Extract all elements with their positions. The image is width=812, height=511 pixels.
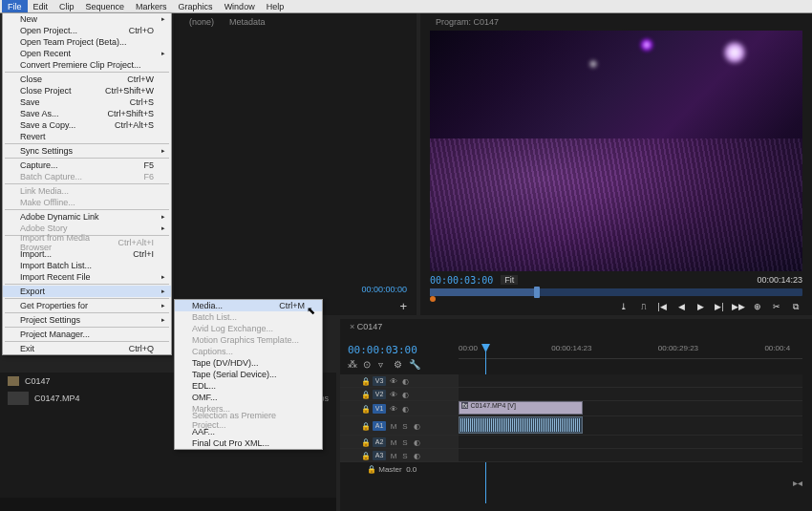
program-timecode[interactable]: 00:00:03:00	[430, 275, 493, 286]
menu-item[interactable]: Convert Premiere Clip Project...	[3, 59, 171, 71]
timeline-panel: × C0147 00:00:03:00 ⁂ ⊙ ▿ ⚙ 🔧 00:00 00:0…	[340, 319, 812, 511]
timeline-header: × C0147	[340, 319, 812, 334]
insert-button[interactable]: ⊕	[751, 300, 764, 313]
menu-item[interactable]: Revert	[3, 131, 171, 142]
snap-icon[interactable]: ⁂	[348, 359, 357, 369]
program-duration: 00:00:14:23	[757, 275, 802, 285]
tracks-area: 🔒V3👁◐ 🔒V2👁◐ 🔒V1👁◐ fx C0147.MP4 [V] 🔒A1MS…	[340, 374, 802, 503]
menu-help[interactable]: Help	[261, 0, 290, 13]
sequence-name-tab[interactable]: C0147	[357, 322, 383, 331]
linked-selection-icon[interactable]: ⊙	[363, 359, 373, 369]
master-track: 🔒 Master 0.0	[340, 462, 802, 476]
track-content[interactable]	[459, 388, 802, 400]
menu-item[interactable]: Open Recent	[3, 48, 171, 59]
menu-item[interactable]: Open Team Project (Beta)...	[3, 36, 171, 48]
menu-item[interactable]: Import from Media BrowserCtrl+Alt+I	[3, 237, 171, 248]
track-content[interactable]	[459, 436, 802, 448]
menu-edit[interactable]: Edit	[28, 0, 54, 13]
track-header-a3[interactable]: 🔒A3MS◐	[340, 449, 459, 461]
settings-icon[interactable]: ⚙	[394, 359, 403, 369]
menu-item[interactable]: Selection as Premiere Project...	[175, 415, 322, 426]
step-forward-button[interactable]: ▶|	[713, 300, 726, 313]
menu-item[interactable]: Export	[3, 286, 171, 297]
menu-item[interactable]: EDL...	[175, 380, 322, 392]
audio-clip[interactable]	[459, 416, 583, 434]
menu-item[interactable]: ExitCtrl+Q	[3, 343, 171, 354]
program-video-preview[interactable]	[430, 31, 802, 271]
clip-thumbnail-icon	[8, 392, 29, 405]
timeline-timecode[interactable]: 00:00:03:00	[348, 344, 417, 356]
menu-item[interactable]: Captions...	[175, 346, 322, 357]
track-content[interactable]	[459, 374, 802, 387]
export-frame-button[interactable]: ⧉	[789, 300, 802, 313]
menu-item[interactable]: Final Cut Pro XML...	[175, 437, 322, 449]
playhead-icon[interactable]	[534, 287, 540, 298]
program-tab[interactable]: Program: C0147	[428, 13, 506, 31]
ruler-tick: 00:00:14:23	[551, 344, 591, 352]
overwrite-button[interactable]: ✂	[770, 300, 783, 313]
menu-item[interactable]: Batch Capture...F6	[3, 171, 171, 182]
menu-item[interactable]: CloseCtrl+W	[3, 74, 171, 85]
track-header-v2[interactable]: 🔒V2👁◐	[340, 388, 459, 400]
menu-item[interactable]: Avid Log Exchange...	[175, 323, 322, 334]
track-content[interactable]	[459, 449, 802, 461]
track-content[interactable]	[459, 416, 802, 435]
menu-window[interactable]: Window	[219, 0, 261, 13]
timeline-ruler[interactable]: 00:00 00:00:14:23 00:00:29:23 00:00:4	[459, 344, 802, 359]
menu-item[interactable]: OMF...	[175, 392, 322, 403]
menu-item[interactable]: Import Batch List...	[3, 260, 171, 271]
menu-item[interactable]: Close ProjectCtrl+Shift+W	[3, 85, 171, 96]
menu-item[interactable]: SaveCtrl+S	[3, 96, 171, 108]
marker-icon[interactable]: ▿	[378, 359, 388, 369]
menu-item[interactable]: Import Recent File	[3, 271, 171, 283]
menu-item[interactable]: Tape (DV/HDV)...	[175, 357, 322, 369]
go-to-in-button[interactable]: |◀	[655, 300, 669, 313]
wrench-icon[interactable]: 🔧	[409, 359, 418, 369]
menu-item[interactable]: Sync Settings	[3, 145, 171, 157]
step-back-button[interactable]: ◀	[674, 300, 688, 313]
track-header-v1[interactable]: 🔒V1👁◐	[340, 401, 459, 415]
track-row: 🔒V2👁◐	[340, 388, 802, 401]
track-header-v3[interactable]: 🔒V3👁◐	[340, 374, 459, 387]
menu-item[interactable]: Adobe Dynamic Link	[3, 211, 171, 223]
source-panel-header: (none) Metadata	[174, 13, 417, 31]
track-header-a2[interactable]: 🔒A2MS◐	[340, 436, 459, 448]
menu-item[interactable]: Project Manager...	[3, 329, 171, 340]
menu-item[interactable]: Link Media...	[3, 185, 171, 197]
zoom-fit-dropdown[interactable]: Fit	[501, 275, 518, 285]
menu-item[interactable]: New	[3, 13, 171, 25]
video-clip[interactable]: fx C0147.MP4 [V]	[459, 401, 583, 415]
menu-file[interactable]: File	[2, 0, 28, 13]
menu-item[interactable]: Open Project...Ctrl+O	[3, 25, 171, 36]
menu-item[interactable]: Media...Ctrl+M	[175, 300, 322, 311]
mark-out-button[interactable]: ⎍	[636, 300, 650, 313]
add-marker-icon[interactable]: +	[399, 299, 407, 313]
program-panel-header: Program: C0147	[420, 13, 812, 31]
play-button[interactable]: ▶	[694, 300, 707, 313]
menu-clip[interactable]: Clip	[53, 0, 80, 13]
menu-item[interactable]: Save a Copy...Ctrl+Alt+S	[3, 119, 171, 131]
menu-item[interactable]: Batch List...	[175, 311, 322, 323]
menu-item[interactable]: Save As...Ctrl+Shift+S	[3, 108, 171, 119]
menu-item[interactable]: Make Offline...	[3, 197, 171, 208]
track-row: 🔒V3👁◐	[340, 374, 802, 388]
program-scrubber[interactable]	[430, 288, 802, 296]
menu-sequence[interactable]: Sequence	[80, 0, 131, 13]
menu-item[interactable]: Get Properties for	[3, 300, 171, 311]
menu-item[interactable]: Motion Graphics Template...	[175, 334, 322, 346]
metadata-tab[interactable]: Metadata	[222, 13, 273, 31]
track-content[interactable]: fx C0147.MP4 [V]	[459, 401, 802, 415]
menu-item[interactable]: Capture...F5	[3, 160, 171, 171]
source-tab[interactable]: (none)	[182, 13, 222, 31]
menu-item[interactable]: Import...Ctrl+I	[3, 248, 171, 260]
mark-in-button[interactable]: ⤓	[617, 300, 630, 313]
menu-item[interactable]: Tape (Serial Device)...	[175, 369, 322, 380]
menu-graphics[interactable]: Graphics	[173, 0, 219, 13]
in-point-icon[interactable]	[430, 296, 436, 302]
zoom-handle-icon[interactable]: ▸◂	[793, 478, 802, 488]
menu-markers[interactable]: Markers	[130, 0, 173, 13]
ruler-tick: 00:00:4	[764, 344, 790, 352]
go-to-out-button[interactable]: ▶▶	[732, 300, 745, 313]
track-header-a1[interactable]: 🔒A1MS◐	[340, 416, 459, 435]
menu-item[interactable]: Project Settings	[3, 314, 171, 326]
